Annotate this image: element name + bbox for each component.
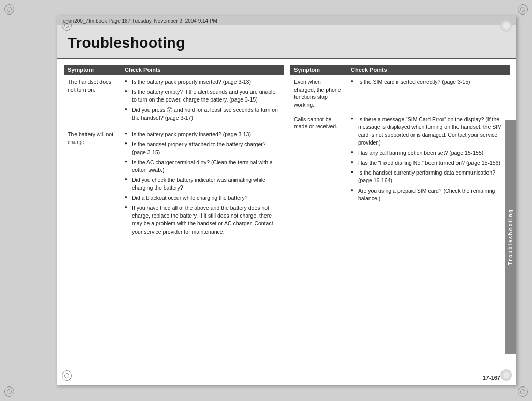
list-item: Did a blackout occur while charging the …: [125, 194, 279, 202]
corner-mark-tr: [518, 4, 528, 15]
page-corner-tr: [500, 20, 512, 32]
page-header-bar: e_tm200_7fm.book Page 167 Tuesday, Novem…: [57, 16, 516, 25]
page-corner-tl: [62, 20, 72, 31]
list-item: Has the “Fixed dialling No.” been turned…: [351, 159, 506, 167]
file-info-text: e_tm200_7fm.book Page 167 Tuesday, Novem…: [63, 18, 217, 24]
right-table-section: Symptom Check Points Even when charged, …: [290, 65, 510, 241]
symptom-cell: The handset does not turn on.: [64, 75, 121, 127]
left-col1-header: Symptom: [64, 65, 121, 75]
page-number: 17-167: [483, 375, 500, 381]
table-row: Even when charged, the phone functions s…: [290, 75, 510, 112]
list-item: Is the AC charger terminal dirty? (Clean…: [125, 159, 279, 174]
list-item: Is there a message “SIM Card Error” on t…: [351, 116, 506, 147]
corner-mark-tl: [4, 4, 14, 15]
page-content: e_tm200_7fm.book Page 167 Tuesday, Novem…: [57, 16, 516, 385]
right-col2-header: Check Points: [347, 65, 510, 75]
list-item: Is the battery pack properly inserted? (…: [125, 131, 279, 138]
side-tab-label: Troubleshooting: [508, 209, 513, 265]
right-col1-header: Symptom: [290, 65, 347, 75]
symptom-cell: The battery will not charge.: [64, 127, 121, 241]
side-tab: Troubleshooting: [505, 120, 516, 354]
corner-mark-bl: [4, 386, 14, 397]
check-points-cell: Is the battery pack properly inserted? (…: [121, 127, 284, 241]
list-item: Is the handset currently performing data…: [351, 169, 506, 184]
table-row: Calls cannot be made or received.Is ther…: [290, 112, 510, 208]
left-table-section: Symptom Check Points The handset does no…: [64, 65, 284, 241]
list-item: Are you using a prepaid SIM card? (Check…: [351, 187, 506, 203]
list-item: Did you press ⓨ and hold for at least tw…: [125, 106, 279, 122]
page-title-section: Troubleshooting: [57, 25, 516, 59]
content-area: Symptom Check Points The handset does no…: [57, 59, 516, 248]
page-corner-br: [500, 369, 512, 381]
check-points-cell: Is there a message “SIM Card Error” on t…: [347, 112, 510, 208]
left-col2-header: Check Points: [121, 65, 284, 75]
list-item: Is the battery empty? If the alert sound…: [125, 88, 279, 104]
right-table: Symptom Check Points Even when charged, …: [290, 65, 510, 208]
list-item: Did you check the battery indicator was …: [125, 176, 279, 192]
page-title: Troubleshooting: [68, 35, 506, 51]
symptom-cell: Even when charged, the phone functions s…: [290, 75, 347, 112]
left-table: Symptom Check Points The handset does no…: [64, 65, 284, 241]
page-corner-bl: [62, 370, 72, 381]
list-item: If you have tried all of the above and t…: [125, 204, 279, 236]
corner-mark-br: [518, 386, 528, 397]
list-item: Is the handset properly attached to the …: [125, 140, 279, 156]
list-item: Has any call barring option been set? (p…: [351, 149, 506, 157]
table-row: The battery will not charge.Is the batte…: [64, 127, 284, 241]
list-item: Is the battery pack properly inserted? (…: [125, 78, 279, 86]
symptom-cell: Calls cannot be made or received.: [290, 112, 347, 208]
check-points-cell: Is the SIM card inserted correctly? (pag…: [347, 75, 510, 112]
table-row: The handset does not turn on.Is the batt…: [64, 75, 284, 127]
check-points-cell: Is the battery pack properly inserted? (…: [121, 75, 284, 127]
list-item: Is the SIM card inserted correctly? (pag…: [351, 78, 506, 86]
